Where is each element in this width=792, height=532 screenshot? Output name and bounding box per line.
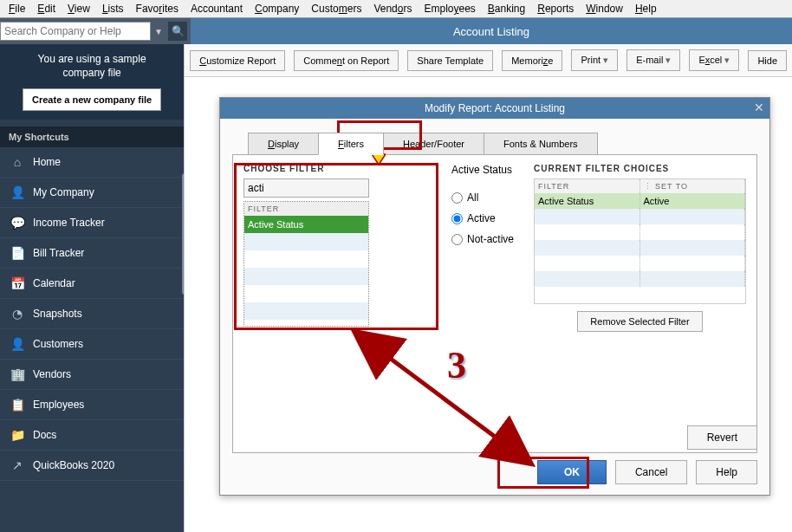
modal-title: Modify Report: Account Listing xyxy=(425,102,565,114)
menu-favorites[interactable]: Favorites xyxy=(136,3,179,15)
modify-report-modal: Modify Report: Account Listing ✕ Display… xyxy=(219,97,770,496)
sidebar-item-label: Snapshots xyxy=(33,308,82,320)
snapshot-icon: ◔ xyxy=(10,307,24,321)
revert-button[interactable]: Revert xyxy=(687,425,757,450)
menu-employees[interactable]: Employees xyxy=(424,3,475,15)
bill-icon: 📄 xyxy=(10,246,24,260)
sidebar-item-snapshots[interactable]: ◔Snapshots xyxy=(0,299,184,329)
menu-accountant[interactable]: Accountant xyxy=(191,3,243,15)
current-filter-table[interactable]: FILTER ⋮ SET TO Active Status Active xyxy=(534,178,746,304)
search-dropdown-icon[interactable]: ▼ xyxy=(151,27,166,36)
print-button[interactable]: Print xyxy=(571,49,618,71)
menu-file[interactable]: File xyxy=(9,3,25,15)
cf-header-filter: FILTER xyxy=(535,179,640,193)
cf-row[interactable] xyxy=(535,240,745,256)
sidebar-item-label: Employees xyxy=(33,399,84,411)
shortcuts-list: ⌂Home 👤My Company 💬Income Tracker 📄Bill … xyxy=(0,147,184,481)
employees-icon: 📋 xyxy=(10,398,24,412)
tab-fonts[interactable]: Fonts & Numbers xyxy=(484,133,598,155)
customers-icon: 👤 xyxy=(10,337,24,351)
sidebar-item-label: Bill Tracker xyxy=(33,247,84,259)
modal-button-row: OK Cancel Help xyxy=(537,460,757,484)
excel-button[interactable]: Excel xyxy=(689,49,739,71)
hide-button[interactable]: Hide xyxy=(748,50,787,71)
menu-bar: File Edit View Lists Favorites Accountan… xyxy=(0,0,792,18)
search-input[interactable] xyxy=(0,22,151,41)
memorize-button[interactable]: Memorize xyxy=(502,50,562,71)
choose-filter-label: CHOOSE FILTER xyxy=(243,164,451,173)
sidebar-item-vendors[interactable]: 🏢Vendors xyxy=(0,360,184,390)
email-button[interactable]: E-mail xyxy=(626,49,680,71)
sidebar-item-label: Calendar xyxy=(33,277,75,289)
sidebar-item-employees[interactable]: 📋Employees xyxy=(0,390,184,420)
tab-body: CHOOSE FILTER FILTER Active Status Activ… xyxy=(232,154,757,453)
menu-lists[interactable]: Lists xyxy=(102,3,124,15)
tab-header-footer[interactable]: Header/Footer xyxy=(383,133,484,155)
help-button[interactable]: Help xyxy=(696,460,757,484)
sidebar-item-customers[interactable]: 👤Customers xyxy=(0,329,184,360)
filter-list-header: FILTER xyxy=(244,202,368,216)
filter-search-input[interactable] xyxy=(243,178,369,198)
sidebar-item-label: QuickBooks 2020 xyxy=(33,459,114,471)
filter-row[interactable] xyxy=(244,233,368,250)
sample-line2: company file xyxy=(7,67,177,81)
cancel-button[interactable]: Cancel xyxy=(615,460,687,484)
tab-display[interactable]: Display xyxy=(248,133,319,155)
comment-button[interactable]: Comment on Report xyxy=(294,50,399,71)
sidebar-item-bill[interactable]: 📄Bill Tracker xyxy=(0,238,184,269)
sidebar-item-docs[interactable]: 📁Docs xyxy=(0,420,184,451)
filter-row[interactable] xyxy=(244,285,368,302)
search-button[interactable]: 🔍 xyxy=(168,22,187,41)
sidebar-item-home[interactable]: ⌂Home xyxy=(0,147,184,178)
customize-report-button[interactable]: Customize Report xyxy=(190,50,285,71)
menu-view[interactable]: View xyxy=(68,3,90,15)
ok-button[interactable]: OK xyxy=(537,460,607,484)
home-icon: ⌂ xyxy=(10,155,24,169)
radio-label: Active xyxy=(467,212,496,224)
filter-row[interactable] xyxy=(244,268,368,285)
cf-row[interactable] xyxy=(535,209,745,224)
cf-row[interactable] xyxy=(535,224,745,240)
tab-filters[interactable]: Filters xyxy=(318,133,384,155)
calendar-icon: 📅 xyxy=(10,276,24,290)
sidebar-item-income[interactable]: 💬Income Tracker xyxy=(0,208,184,238)
sidebar-item-label: Vendors xyxy=(33,368,71,380)
docs-icon: 📁 xyxy=(10,428,24,442)
share-template-button[interactable]: Share Template xyxy=(407,50,493,71)
create-company-button[interactable]: Create a new company file xyxy=(23,88,161,111)
income-icon: 💬 xyxy=(10,216,24,230)
cf-cell-setto: Active xyxy=(640,193,746,209)
sample-line1: You are using a sample xyxy=(7,53,177,67)
sidebar-item-label: Income Tracker xyxy=(33,217,105,229)
vendors-icon: 🏢 xyxy=(10,367,24,381)
cf-header: FILTER ⋮ SET TO xyxy=(535,179,745,193)
filter-row[interactable] xyxy=(244,250,368,268)
search-icon: 🔍 xyxy=(172,25,185,37)
filter-row[interactable] xyxy=(244,302,368,320)
remove-filter-button[interactable]: Remove Selected Filter xyxy=(577,311,702,332)
filter-list[interactable]: FILTER Active Status xyxy=(243,201,369,327)
sidebar-item-qb2020[interactable]: ↗QuickBooks 2020 xyxy=(0,451,184,481)
cf-row[interactable] xyxy=(535,256,745,271)
current-filter-label: CURRENT FILTER CHOICES xyxy=(534,164,746,173)
company-icon: 👤 xyxy=(10,185,24,199)
sidebar-item-calendar[interactable]: 📅Calendar xyxy=(0,269,184,299)
menu-customers[interactable]: Customers xyxy=(311,3,361,15)
menu-reports[interactable]: Reports xyxy=(537,3,574,15)
menu-banking[interactable]: Banking xyxy=(488,3,525,15)
menu-vendors[interactable]: Vendors xyxy=(373,3,412,15)
menu-company[interactable]: Company xyxy=(255,3,299,15)
radio-label: Not-active xyxy=(467,233,514,245)
sidebar-item-mycompany[interactable]: 👤My Company xyxy=(0,178,184,208)
cf-cell-filter: Active Status xyxy=(535,193,640,209)
close-icon[interactable]: ✕ xyxy=(754,101,764,114)
current-filter-choices: CURRENT FILTER CHOICES FILTER ⋮ SET TO A… xyxy=(534,164,746,332)
cf-row-selected[interactable]: Active Status Active xyxy=(535,193,745,209)
cf-row[interactable] xyxy=(535,271,745,287)
modal-tabs: Display Filters Header/Footer Fonts & Nu… xyxy=(248,133,769,155)
menu-edit[interactable]: Edit xyxy=(37,3,55,15)
sidebar: You are using a sample company file Crea… xyxy=(0,44,184,532)
menu-window[interactable]: Window xyxy=(586,3,623,15)
filter-row-selected[interactable]: Active Status xyxy=(244,216,368,233)
menu-help[interactable]: Help xyxy=(635,3,657,15)
